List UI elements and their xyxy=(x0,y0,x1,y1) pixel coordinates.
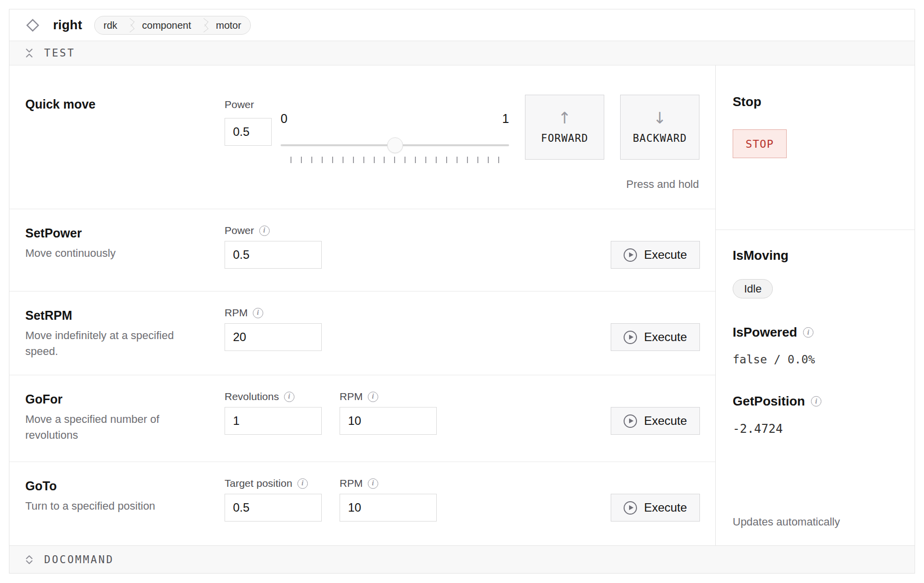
goto-rpm-label: RPM xyxy=(340,477,363,489)
goto-target-position-input[interactable] xyxy=(225,494,322,522)
execute-button-label: Execute xyxy=(644,248,687,262)
setpower-power-label: Power xyxy=(225,225,254,236)
info-icon[interactable] xyxy=(368,392,378,402)
gofor-description: Move a specified number of revolutions xyxy=(25,411,194,443)
goto-description: Turn to a specified position xyxy=(25,498,194,514)
execute-button-label: Execute xyxy=(644,501,687,515)
motor-panel: right rdk component motor TEST Quick mov… xyxy=(9,9,915,574)
expand-icon xyxy=(24,555,34,565)
backward-button[interactable]: ↓ BACKWARD xyxy=(620,95,699,160)
ismoving-status-badge: Idle xyxy=(733,279,773,298)
stop-title: Stop xyxy=(733,94,900,110)
quick-move-title: Quick move xyxy=(25,97,96,112)
docommand-section-label: DOCOMMAND xyxy=(44,554,114,566)
info-icon[interactable] xyxy=(253,308,263,318)
info-icon[interactable] xyxy=(811,396,821,407)
setpower-power-input[interactable] xyxy=(225,241,322,269)
collapse-icon xyxy=(24,48,34,58)
status-section: IsMoving Idle IsPowered false / 0.0% Get… xyxy=(716,230,915,545)
forward-button-label: FORWARD xyxy=(541,132,588,144)
slider-min-label: 0 xyxy=(281,112,288,127)
quick-move-power-group: Power xyxy=(225,98,272,146)
power-slider-thumb[interactable] xyxy=(387,137,403,153)
gofor-execute-button[interactable]: Execute xyxy=(611,407,700,435)
info-icon[interactable] xyxy=(284,392,294,402)
breadcrumb-item-rdk: rdk xyxy=(95,16,126,34)
power-slider-track[interactable] xyxy=(281,127,509,153)
quick-move-row: Quick move Power 0 1 xyxy=(9,65,715,209)
setrpm-rpm-label: RPM xyxy=(225,307,248,319)
info-icon[interactable] xyxy=(297,478,308,489)
setpower-execute-button[interactable]: Execute xyxy=(611,241,700,269)
goto-execute-button[interactable]: Execute xyxy=(611,494,700,522)
power-label: Power xyxy=(225,99,254,111)
panel-header: right rdk component motor xyxy=(9,9,915,41)
setrpm-title: SetRPM xyxy=(25,308,225,323)
setrpm-row: SetRPM Move indefinitely at a specified … xyxy=(9,292,715,375)
setrpm-description: Move indefinitely at a specified speed. xyxy=(25,328,194,359)
breadcrumb-chevron-icon xyxy=(200,16,207,35)
arrow-down-icon: ↓ xyxy=(653,111,667,125)
slider-ticks xyxy=(290,157,499,163)
slider-max-label: 1 xyxy=(502,112,509,127)
gofor-rpm-label: RPM xyxy=(340,391,363,403)
execute-button-label: Execute xyxy=(644,414,687,428)
backward-button-label: BACKWARD xyxy=(633,132,687,144)
goto-row: GoTo Turn to a specified position Target… xyxy=(9,462,715,545)
execute-button-label: Execute xyxy=(644,330,687,344)
play-icon xyxy=(624,414,637,428)
docommand-section-header[interactable]: DOCOMMAND xyxy=(9,545,915,573)
power-slider: 0 1 xyxy=(281,112,509,163)
ismoving-title: IsMoving xyxy=(733,248,900,263)
stop-section: Stop STOP xyxy=(716,65,915,230)
test-section-header[interactable]: TEST xyxy=(9,41,915,65)
gofor-revolutions-input[interactable] xyxy=(225,407,322,435)
goto-title: GoTo xyxy=(25,479,225,493)
test-section-label: TEST xyxy=(44,47,75,59)
breadcrumb-chevron-icon xyxy=(126,16,133,35)
component-name: right xyxy=(53,17,82,33)
breadcrumb-item-component: component xyxy=(133,16,200,34)
breadcrumb-item-motor: motor xyxy=(207,16,250,34)
forward-button[interactable]: ↑ FORWARD xyxy=(525,95,604,160)
gofor-title: GoFor xyxy=(25,392,225,407)
press-and-hold-hint: Press and hold xyxy=(626,178,699,191)
setpower-description: Move continuously xyxy=(25,245,194,261)
goto-target-position-label: Target position xyxy=(225,477,292,489)
info-icon[interactable] xyxy=(259,226,270,236)
play-icon xyxy=(624,248,637,262)
setpower-row: SetPower Move continuously Power Execute xyxy=(9,209,715,292)
stop-button[interactable]: STOP xyxy=(733,129,787,158)
info-icon[interactable] xyxy=(368,478,378,489)
play-icon xyxy=(624,331,637,344)
gofor-revolutions-label: Revolutions xyxy=(225,391,279,403)
gofor-row: GoFor Move a specified number of revolut… xyxy=(9,375,715,462)
setpower-title: SetPower xyxy=(25,226,225,240)
getposition-value: -2.4724 xyxy=(733,422,900,436)
status-sidebar: Stop STOP IsMoving Idle IsPowered false … xyxy=(715,65,915,545)
component-diamond-icon xyxy=(24,17,41,34)
info-icon[interactable] xyxy=(803,327,813,338)
gofor-rpm-input[interactable] xyxy=(340,407,437,435)
play-icon xyxy=(624,501,637,515)
goto-rpm-input[interactable] xyxy=(340,494,437,522)
updates-automatically-note: Updates automatically xyxy=(733,516,840,528)
arrow-up-icon: ↑ xyxy=(558,111,572,125)
setrpm-execute-button[interactable]: Execute xyxy=(611,323,700,351)
quick-move-power-input[interactable] xyxy=(225,118,272,146)
setrpm-rpm-input[interactable] xyxy=(225,323,322,351)
ispowered-value: false / 0.0% xyxy=(733,353,900,366)
ispowered-title: IsPowered xyxy=(733,325,797,340)
getposition-title: GetPosition xyxy=(733,394,805,409)
commands-pane: Quick move Power 0 1 xyxy=(9,65,715,545)
breadcrumb: rdk component motor xyxy=(94,16,251,35)
